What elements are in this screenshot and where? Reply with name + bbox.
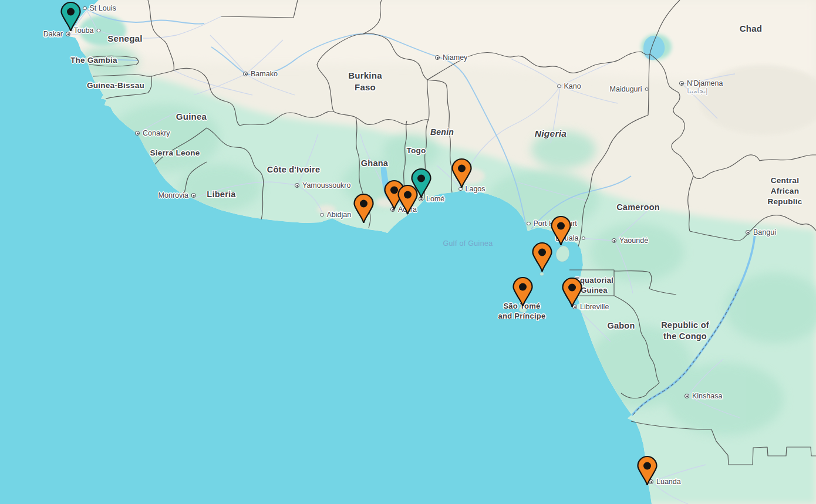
map-base: [0, 0, 816, 504]
map-canvas[interactable]: Gulf of Guineaإنجامينا SenegalThe Gambia…: [0, 0, 816, 504]
